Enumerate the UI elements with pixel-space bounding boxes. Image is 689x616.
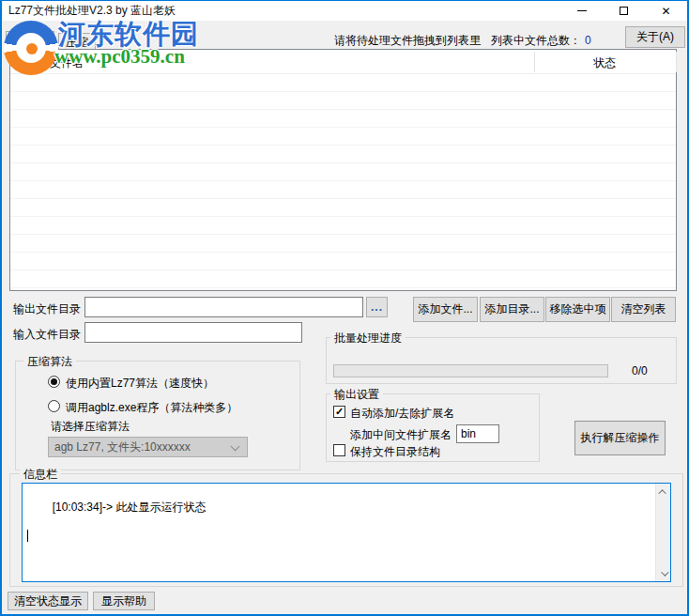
builtin-algorithm-label[interactable]: 使用内置Lz77算法（速度快） — [66, 376, 214, 392]
algorithm-group-label: 压缩算法 — [23, 354, 76, 370]
about-button[interactable]: 关于(A) — [625, 26, 685, 48]
add-directory-button[interactable]: 添加目录... — [480, 297, 544, 322]
status-log-textarea[interactable]: [10:03:34]-> 此处显示运行状态 — [22, 483, 671, 582]
drag-hint-text: 请将待处理文件拖拽到列表里 — [334, 33, 481, 49]
input-dir-input[interactable] — [84, 322, 302, 343]
file-count-label: 列表中文件总数： — [491, 34, 581, 47]
chevron-down-icon — [231, 442, 240, 452]
auto-extension-label[interactable]: 自动添加/去除扩展名 — [350, 406, 454, 422]
window-controls: ✕ — [560, 1, 687, 21]
add-files-button[interactable]: 添加文件... — [413, 297, 478, 322]
output-settings-group-label: 输出设置 — [330, 387, 383, 403]
text-caret — [27, 530, 28, 542]
clear-status-button[interactable]: 清空状态显示 — [8, 592, 88, 610]
keep-structure-label[interactable]: 保持文件目录结构 — [350, 444, 440, 460]
mid-extension-input[interactable] — [456, 424, 499, 443]
input-dir-label: 输入文件目录 — [13, 327, 81, 343]
batch-progress-bar — [333, 364, 608, 377]
chevron-up-icon — [658, 489, 666, 497]
minimize-icon — [577, 10, 587, 11]
tab-decompress[interactable]: 解压缩 — [6, 31, 54, 49]
scroll-down-button[interactable] — [656, 565, 670, 581]
info-group-label: 信息栏 — [20, 467, 61, 483]
auto-extension-checkbox[interactable]: ✓ — [333, 406, 345, 418]
minimize-button[interactable] — [560, 1, 603, 21]
list-header: 待处理文件名 状态 — [10, 50, 676, 74]
app-window: Lz77文件批处理V2.3 by 蓝山老妖 ✕ 解压缩 压缩 请将待处理文件拖拽… — [0, 0, 689, 616]
algorithm-combobox[interactable]: agb Lz77, 文件头:10xxxxxx — [48, 437, 248, 457]
window-title: Lz77文件批处理V2.3 by 蓝山老妖 — [8, 3, 176, 19]
list-body[interactable] — [10, 74, 676, 290]
builtin-algorithm-radio[interactable] — [48, 376, 60, 388]
progress-count: 0/0 — [632, 364, 648, 377]
pending-file-list[interactable]: 待处理文件名 状态 — [9, 49, 677, 291]
keep-structure-checkbox[interactable] — [333, 444, 345, 456]
execute-decompress-button[interactable]: 执行解压缩操作 — [574, 421, 666, 455]
column-divider[interactable] — [676, 52, 677, 72]
external-algorithm-label[interactable]: 调用agblz.exe程序（算法种类多） — [66, 400, 237, 416]
remove-selected-button[interactable]: 移除选中项 — [545, 297, 610, 322]
maximize-icon — [620, 7, 628, 15]
browse-output-dir-button[interactable]: ... — [366, 297, 388, 317]
output-dir-label: 输出文件目录 — [13, 301, 81, 317]
file-count-value: 0 — [585, 34, 591, 47]
log-scrollbar[interactable] — [655, 484, 670, 581]
close-icon: ✕ — [661, 6, 670, 17]
close-button[interactable]: ✕ — [645, 1, 687, 21]
algorithm-combobox-value: agb Lz77, 文件头:10xxxxxx — [54, 439, 191, 455]
column-status[interactable]: 状态 — [534, 55, 675, 71]
maximize-button[interactable] — [603, 1, 645, 21]
progress-group: 批量处理进度 0/0 — [326, 337, 677, 384]
tab-compress[interactable]: 压缩 — [58, 33, 96, 49]
algorithm-group: 压缩算法 使用内置Lz77算法（速度快） 调用agblz.exe程序（算法种类多… — [15, 361, 300, 470]
info-group: 信息栏 [10:03:34]-> 此处显示运行状态 — [9, 473, 683, 587]
clear-list-button[interactable]: 清空列表 — [611, 297, 676, 322]
file-count: 列表中文件总数：0 — [491, 33, 591, 49]
output-dir-input[interactable] — [84, 297, 363, 317]
log-line: [10:03:34]-> 此处显示运行状态 — [53, 500, 207, 514]
chevron-down-icon — [661, 568, 668, 576]
show-help-button[interactable]: 显示帮助 — [93, 592, 155, 610]
column-filename[interactable]: 待处理文件名 — [16, 55, 84, 71]
scroll-up-button[interactable] — [656, 484, 670, 500]
progress-group-label: 批量处理进度 — [330, 331, 406, 346]
external-algorithm-radio[interactable] — [48, 400, 60, 412]
output-settings-group: 输出设置 ✓ 自动添加/去除扩展名 添加中间文件扩展名 保持文件目录结构 — [326, 393, 540, 462]
mid-extension-label: 添加中间文件扩展名 — [350, 427, 452, 443]
algorithm-select-hint: 请选择压缩算法 — [51, 419, 130, 435]
status-log-text: [10:03:34]-> 此处显示运行状态 — [27, 486, 651, 570]
